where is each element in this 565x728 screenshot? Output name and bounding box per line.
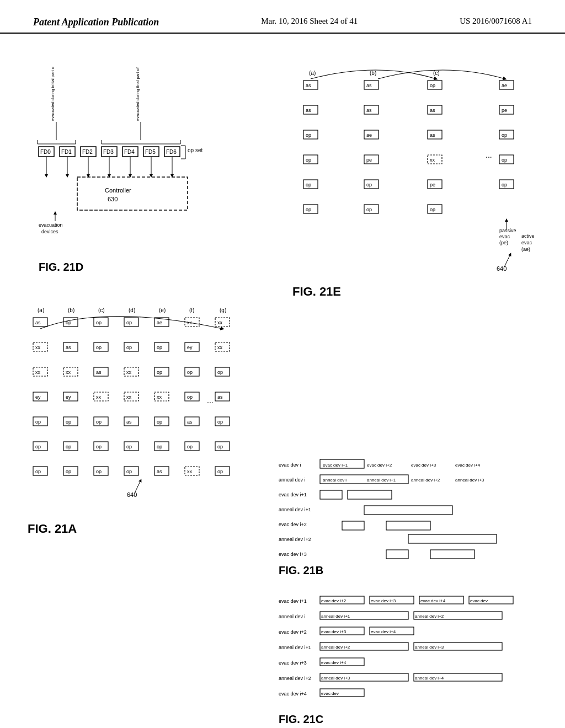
svg-text:ey: ey xyxy=(35,394,41,400)
svg-rect-226 xyxy=(386,550,408,559)
svg-text:op: op xyxy=(502,157,507,163)
svg-text:FD5: FD5 xyxy=(145,149,156,155)
fig21c-container: FIG. 21C evac dev i+1 evac dev i+2 evac … xyxy=(276,591,541,723)
svg-text:ae: ae xyxy=(502,83,507,88)
svg-text:(d): (d) xyxy=(129,307,135,313)
svg-text:as: as xyxy=(217,394,223,400)
svg-text:op: op xyxy=(306,132,311,138)
svg-text:xx: xx xyxy=(430,157,435,163)
svg-text:active: active xyxy=(521,233,535,239)
svg-text:anneal dev i+3: anneal dev i+3 xyxy=(455,478,484,483)
svg-rect-222 xyxy=(386,521,430,530)
svg-text:(f): (f) xyxy=(189,307,194,313)
svg-text:as: as xyxy=(126,419,132,425)
svg-text:anneal dev i+4: anneal dev i+4 xyxy=(415,676,444,681)
fig21d-label: FIG. 21D xyxy=(39,261,83,273)
svg-text:(a): (a) xyxy=(309,70,316,76)
svg-text:evac dev i+1: evac dev i+1 xyxy=(279,598,307,604)
svg-text:evac dev i+1: evac dev i+1 xyxy=(323,463,348,468)
svg-text:evac dev: evac dev xyxy=(470,598,488,603)
svg-text:as: as xyxy=(96,370,102,375)
svg-text:op: op xyxy=(96,345,102,350)
svg-text:xx: xx xyxy=(126,370,132,375)
svg-text:evac dev i+4: evac dev i+4 xyxy=(455,463,481,468)
svg-rect-224 xyxy=(408,534,497,543)
svg-text:630: 630 xyxy=(108,196,118,202)
fig21c-diagram: FIG. 21C evac dev i+1 evac dev i+2 evac … xyxy=(276,591,541,728)
svg-text:anneal dev i: anneal dev i xyxy=(323,478,347,483)
svg-text:evacuated during final part of: evacuated during final part of FD0 annea… xyxy=(135,67,140,121)
svg-text:op: op xyxy=(126,345,132,350)
svg-rect-221 xyxy=(342,521,364,530)
svg-text:pe: pe xyxy=(502,108,507,113)
sheet-info: Mar. 10, 2016 Sheet 24 of 41 xyxy=(261,17,358,26)
svg-text:evac dev i+2: evac dev i+2 xyxy=(367,463,392,468)
fig21b-container: FIG. 21B evac dev i anneal dev i evac de… xyxy=(276,453,541,574)
svg-text:evac dev i+4: evac dev i+4 xyxy=(321,660,347,665)
svg-text:op: op xyxy=(217,444,223,449)
svg-text:Controller: Controller xyxy=(105,187,131,194)
svg-text:op: op xyxy=(187,370,193,375)
svg-text:pe: pe xyxy=(366,157,372,163)
svg-text:FD0: FD0 xyxy=(40,149,51,155)
svg-text:640: 640 xyxy=(127,491,137,498)
svg-text:op: op xyxy=(35,444,41,449)
svg-text:evacuated during initial part : evacuated during initial part of FD0 ann… xyxy=(50,67,55,121)
svg-text:op: op xyxy=(217,469,223,474)
svg-text:op: op xyxy=(217,419,223,425)
svg-text:evac dev i+4: evac dev i+4 xyxy=(371,629,396,634)
svg-text:FIG. 21C: FIG. 21C xyxy=(279,713,323,725)
svg-text:anneal dev i+1: anneal dev i+1 xyxy=(279,645,311,650)
svg-rect-0 xyxy=(77,177,188,210)
svg-text:as: as xyxy=(157,469,162,474)
svg-text:evac dev i+4: evac dev i+4 xyxy=(279,691,307,697)
svg-text:FIG. 21E: FIG. 21E xyxy=(292,285,341,298)
svg-text:evac dev i+2: evac dev i+2 xyxy=(321,598,347,603)
svg-rect-227 xyxy=(430,550,475,559)
svg-text:evac dev i+1: evac dev i+1 xyxy=(279,492,307,497)
svg-text:passive: passive xyxy=(499,228,516,233)
svg-text:op: op xyxy=(306,207,311,212)
svg-text:as: as xyxy=(187,419,193,425)
svg-text:as: as xyxy=(366,83,372,88)
svg-text:op: op xyxy=(306,157,311,163)
svg-line-209 xyxy=(504,254,510,267)
svg-text:FIG. 21B: FIG. 21B xyxy=(279,564,323,576)
svg-text:evac dev i+3: evac dev i+3 xyxy=(279,552,307,557)
svg-text:pe: pe xyxy=(430,182,435,188)
svg-text:anneal dev i+3: anneal dev i+3 xyxy=(321,676,350,681)
svg-text:as: as xyxy=(66,345,71,350)
svg-text:FD2: FD2 xyxy=(82,149,93,155)
svg-text:anneal dev i+1: anneal dev i+1 xyxy=(367,478,396,483)
svg-text:(e): (e) xyxy=(159,307,166,313)
svg-text:op: op xyxy=(187,394,193,400)
svg-text:op: op xyxy=(187,444,193,449)
svg-text:op: op xyxy=(430,207,435,212)
svg-text:as: as xyxy=(366,108,372,113)
svg-text:op: op xyxy=(157,419,162,425)
svg-text:xx: xx xyxy=(126,394,132,400)
svg-text:op: op xyxy=(430,83,435,88)
svg-text:xx: xx xyxy=(157,394,162,400)
svg-rect-217 xyxy=(348,490,392,499)
svg-text:xx: xx xyxy=(96,394,102,400)
svg-text:evac dev i+2: evac dev i+2 xyxy=(279,629,307,635)
svg-text:op: op xyxy=(502,132,507,138)
svg-text:(c): (c) xyxy=(433,70,440,76)
svg-text:evac: evac xyxy=(521,240,532,245)
svg-text:(b): (b) xyxy=(68,307,74,313)
svg-text:op: op xyxy=(157,345,162,350)
svg-text:anneal dev i+2: anneal dev i+2 xyxy=(415,614,444,619)
svg-text:FIG. 21A: FIG. 21A xyxy=(28,522,77,536)
svg-text:op: op xyxy=(96,320,102,325)
svg-text:evac: evac xyxy=(499,234,510,239)
svg-text:anneal dev i: anneal dev i xyxy=(279,477,306,483)
fig21a-diagram: FIG. 21A (a) (b) (c) (d) (e) (f) (g) ...… xyxy=(22,304,265,541)
svg-text:xx: xx xyxy=(217,345,223,350)
svg-text:anneal dev i+2: anneal dev i+2 xyxy=(279,537,311,542)
svg-text:op: op xyxy=(66,419,71,425)
svg-text:ey: ey xyxy=(187,345,193,350)
svg-text:op: op xyxy=(126,444,132,449)
svg-text:ey: ey xyxy=(66,394,71,400)
page-header: Patent Application Publication Mar. 10, … xyxy=(0,0,565,34)
